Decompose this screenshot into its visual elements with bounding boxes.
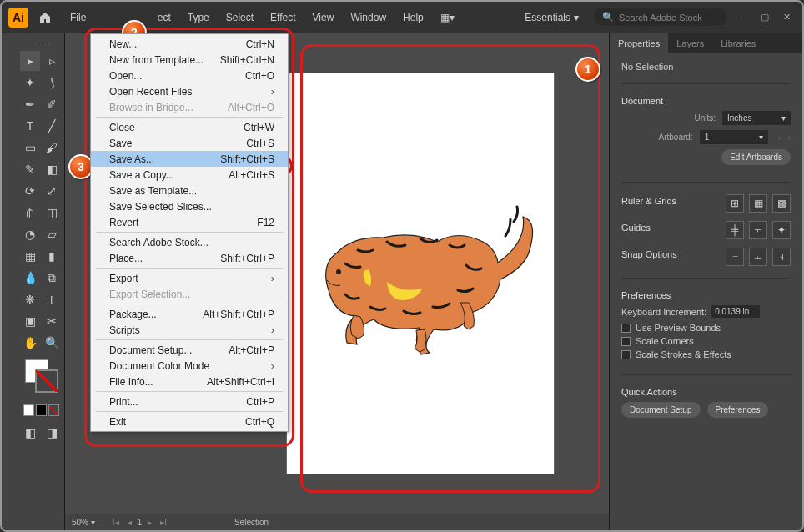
home-button[interactable]	[35, 8, 55, 28]
rotate-tool[interactable]: ⟳	[20, 181, 40, 201]
none-mode-icon[interactable]	[48, 404, 59, 416]
zoom-tool[interactable]: 🔍	[42, 333, 62, 353]
guides-lock-icon[interactable]: ⫟	[749, 221, 767, 239]
file-menu-export[interactable]: Export	[91, 270, 288, 286]
mesh-tool[interactable]: ▦	[20, 246, 40, 266]
tab-layers[interactable]: Layers	[668, 33, 712, 53]
tab-properties[interactable]: Properties	[610, 33, 668, 53]
shaper-tool[interactable]: ✎	[20, 159, 40, 179]
smart-guides-icon[interactable]: ✦	[772, 221, 791, 239]
menu-file[interactable]: File	[62, 8, 94, 27]
file-menu-file-info[interactable]: File Info...Alt+Shift+Ctrl+I	[91, 374, 288, 389]
first-artboard-button[interactable]: I◂	[110, 518, 122, 527]
width-tool[interactable]: ⫛	[20, 203, 40, 223]
transparency-grid-icon[interactable]: ▩	[772, 194, 791, 213]
fill-stroke-swatches[interactable]	[20, 359, 63, 399]
perspective-tool[interactable]: ▱	[42, 224, 62, 244]
file-menu-save-as-template[interactable]: Save as Template...	[91, 183, 288, 198]
column-graph-tool[interactable]: ⫿	[42, 289, 62, 309]
file-menu-save[interactable]: SaveCtrl+S	[91, 135, 288, 151]
snap-point-icon[interactable]: ⎓	[726, 248, 744, 266]
ruler-icon[interactable]: ⊞	[726, 194, 744, 213]
file-menu-search-adobe-stock[interactable]: Search Adobe Stock...	[91, 234, 288, 250]
menu-object-vis[interactable]: ect	[149, 8, 179, 27]
file-menu-place[interactable]: Place...Shift+Ctrl+P	[91, 250, 288, 266]
document-setup-button[interactable]: Document Setup	[621, 402, 701, 418]
file-menu-revert[interactable]: RevertF12	[91, 214, 288, 230]
file-menu-document-color-mode[interactable]: Document Color Mode	[91, 358, 288, 374]
next-ab-icon[interactable]: ›	[787, 133, 791, 143]
lasso-tool[interactable]: ⟆	[42, 73, 62, 93]
menu-select[interactable]: Select	[218, 8, 262, 27]
scale-tool[interactable]: ⤢	[42, 181, 62, 201]
rectangle-tool[interactable]: ▭	[20, 138, 40, 158]
file-menu-document-setup[interactable]: Document Setup...Alt+Ctrl+P	[91, 342, 288, 358]
line-tool[interactable]: ╱	[42, 116, 62, 136]
free-transform-tool[interactable]: ◫	[42, 203, 62, 223]
color-mode-icon[interactable]	[23, 404, 34, 416]
gradient-tool[interactable]: ▮	[42, 246, 62, 266]
file-menu-save-a-copy[interactable]: Save a Copy...Alt+Ctrl+S	[91, 167, 288, 183]
blend-tool[interactable]: ⧉	[42, 268, 62, 288]
guides-show-icon[interactable]: ╪	[726, 221, 744, 239]
curvature-tool[interactable]: ✐	[42, 94, 62, 114]
file-menu-scripts[interactable]: Scripts	[91, 322, 288, 338]
file-menu-new[interactable]: New...Ctrl+N	[91, 36, 288, 52]
tiger-artwork[interactable]	[295, 190, 545, 357]
hand-tool[interactable]: ✋	[20, 333, 40, 353]
selection-tool[interactable]: ▸	[20, 51, 40, 71]
stroke-swatch[interactable]	[35, 369, 58, 393]
eraser-tool[interactable]: ◧	[42, 159, 62, 179]
menu-effect[interactable]: Effect	[262, 8, 304, 27]
menu-window[interactable]: Window	[342, 8, 394, 27]
kb-increment-input[interactable]	[711, 305, 760, 318]
file-menu-print[interactable]: Print...Ctrl+P	[91, 394, 288, 409]
artboard-select[interactable]: 1▾	[700, 130, 768, 144]
draw-normal-icon[interactable]: ◧	[20, 423, 40, 443]
file-menu-open-recent-files[interactable]: Open Recent Files	[91, 83, 288, 99]
units-select[interactable]: Inches▾	[722, 111, 791, 125]
toolbox-grip[interactable]: ⋯⋯	[20, 37, 63, 49]
close-button[interactable]: ✕	[777, 11, 796, 24]
minimize-button[interactable]: ─	[734, 11, 752, 24]
last-artboard-button[interactable]: ▸I	[158, 518, 169, 527]
eyedropper-tool[interactable]: 💧	[20, 268, 40, 288]
menu-help[interactable]: Help	[394, 8, 432, 27]
checkbox-scale-strokes[interactable]	[621, 350, 631, 359]
prev-artboard-button[interactable]: ◂	[125, 518, 134, 527]
pen-tool[interactable]: ✒	[20, 94, 40, 114]
tab-libraries[interactable]: Libraries	[712, 33, 764, 53]
arrange-icon[interactable]: ▦▾	[432, 8, 463, 27]
checkbox-scale-corners[interactable]	[621, 337, 631, 346]
prev-ab-icon[interactable]: ‹	[778, 133, 781, 143]
edit-artboards-button[interactable]: Edit Artboards	[721, 149, 791, 165]
checkbox-preview-bounds[interactable]	[621, 324, 631, 333]
menu-type[interactable]: Type	[179, 8, 218, 27]
artboard[interactable]	[287, 73, 554, 474]
artboard-number[interactable]: 1	[138, 518, 143, 527]
draw-behind-icon[interactable]: ◨	[42, 423, 62, 443]
type-tool[interactable]: T	[20, 116, 40, 136]
magic-wand-tool[interactable]: ✦	[20, 73, 40, 93]
menu-view[interactable]: View	[304, 8, 343, 27]
snap-pixel-icon[interactable]: ⫞	[772, 248, 791, 266]
file-menu-exit[interactable]: ExitCtrl+Q	[91, 414, 288, 429]
snap-grid-icon[interactable]: ⫠	[749, 248, 767, 266]
paintbrush-tool[interactable]: 🖌	[42, 138, 62, 158]
file-menu-package[interactable]: Package...Alt+Shift+Ctrl+P	[91, 306, 288, 322]
file-menu-save-selected-slices[interactable]: Save Selected Slices...	[91, 198, 288, 214]
gradient-mode-icon[interactable]	[36, 404, 47, 416]
shape-builder-tool[interactable]: ◔	[20, 224, 40, 244]
workspace-switcher[interactable]: Essentials▾	[516, 8, 587, 27]
stock-search[interactable]: 🔍 Search Adobe Stock	[594, 8, 727, 26]
grid-icon[interactable]: ▦	[749, 194, 767, 213]
maximize-button[interactable]: ▢	[756, 11, 774, 24]
file-menu-open[interactable]: Open...Ctrl+O	[91, 68, 288, 83]
direct-selection-tool[interactable]: ▹	[42, 51, 62, 71]
next-artboard-button[interactable]: ▸	[145, 518, 154, 527]
file-menu-new-from-template[interactable]: New from Template...Shift+Ctrl+N	[91, 52, 288, 68]
file-menu-save-as[interactable]: Save As...Shift+Ctrl+S	[91, 151, 288, 167]
file-menu-close[interactable]: CloseCtrl+W	[91, 119, 288, 135]
slice-tool[interactable]: ✂	[42, 311, 62, 331]
artboard-tool[interactable]: ▣	[20, 311, 40, 331]
